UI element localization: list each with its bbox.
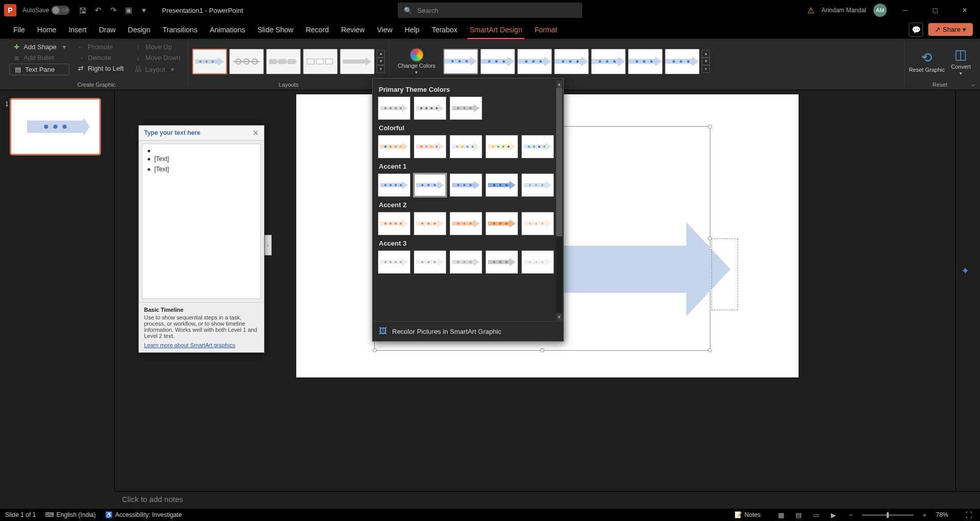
style-thumb-6[interactable] [628,49,663,74]
tab-format[interactable]: Format [528,21,563,39]
zoom-out-button[interactable]: − [845,510,857,520]
close-button[interactable]: ✕ [953,0,976,21]
color-swatch-primary-2[interactable] [414,96,446,120]
color-swatch-accent2-5[interactable] [521,212,554,235]
fit-to-window-button[interactable]: ⛶ [963,510,975,520]
color-swatch-colorful-2[interactable] [414,135,446,158]
reading-view-button[interactable]: ▭ [810,510,822,520]
layout-thumb-4[interactable] [303,49,338,74]
tab-insert[interactable]: Insert [63,21,93,39]
style-thumb-2[interactable] [480,49,515,74]
color-swatch-colorful-5[interactable] [521,135,554,158]
zoom-level[interactable]: 78% [936,511,948,518]
slide-count-status[interactable]: Slide 1 of 1 [5,511,36,518]
textpane-bullet-3[interactable]: [Text] [147,164,256,174]
color-swatch-accent1-1[interactable] [378,173,411,197]
zoom-slider[interactable] [862,514,913,516]
maximize-button[interactable]: ▢ [924,0,946,21]
style-thumb-4[interactable] [554,49,589,74]
scroll-down-arrow[interactable]: ▼ [556,313,562,320]
layout-thumb-1[interactable] [192,49,227,74]
color-swatch-accent2-4[interactable] [485,212,518,235]
color-swatch-accent3-1[interactable] [378,250,411,274]
color-swatch-colorful-4[interactable] [485,135,518,158]
selection-handle[interactable] [540,348,544,352]
selection-handle[interactable] [373,348,377,352]
style-thumb-5[interactable] [591,49,626,74]
present-from-start-icon[interactable]: ▣ [121,3,136,17]
color-swatch-accent3-3[interactable] [450,250,482,274]
normal-view-button[interactable]: ▦ [775,510,787,520]
collapse-ribbon-button[interactable]: ⌵ [971,81,975,88]
reset-graphic-button[interactable]: ⟲ Reset Graphic [909,50,945,73]
convert-button[interactable]: ◫ Convert ▾ [951,47,971,76]
tab-help[interactable]: Help [399,21,426,39]
designer-icon[interactable]: ✦ [961,265,975,279]
tab-animations[interactable]: Animations [203,21,251,39]
quickaccess-more-icon[interactable]: ▾ [137,3,151,17]
recolor-pictures-button[interactable]: 🖼 Recolor Pictures in SmartArt Graphic [373,321,563,341]
dropdown-scrollbar[interactable]: ▲ ▼ [556,81,562,320]
tab-review[interactable]: Review [335,21,371,39]
style-thumb-7[interactable] [665,49,700,74]
undo-icon[interactable]: ↶ [91,3,105,17]
scroll-thumb[interactable] [556,88,562,236]
layouts-gallery-up[interactable]: ▲ [377,50,385,57]
user-avatar[interactable]: AM [873,4,887,17]
change-colors-button[interactable]: Change Colors ▾ [394,46,439,76]
tab-file[interactable]: File [7,21,31,39]
textpane-learn-more-link[interactable]: Learn more about SmartArt graphics [144,342,235,348]
color-swatch-accent2-3[interactable] [450,212,482,235]
sorter-view-button[interactable]: ▤ [792,510,805,520]
layout-thumb-2[interactable] [229,49,264,74]
tab-home[interactable]: Home [31,21,63,39]
tab-slideshow[interactable]: Slide Show [251,21,299,39]
tab-record[interactable]: Record [299,21,335,39]
color-swatch-accent2-1[interactable] [378,212,411,235]
layout-thumb-5[interactable] [340,49,375,74]
selection-handle[interactable] [708,348,712,352]
zoom-in-button[interactable]: + [918,510,931,520]
slideshow-view-button[interactable]: ▶ [827,510,840,520]
tab-draw[interactable]: Draw [93,21,122,39]
color-swatch-accent3-4[interactable] [485,250,518,274]
tab-smartart-design[interactable]: SmartArt Design [463,21,528,39]
add-shape-button[interactable]: ✚Add Shape▾ [9,42,69,52]
styles-gallery-up[interactable]: ▲ [702,50,710,57]
style-thumb-3[interactable] [517,49,552,74]
color-swatch-colorful-1[interactable] [378,135,411,158]
color-swatch-accent3-5[interactable] [521,250,554,274]
selection-handle[interactable] [708,125,712,129]
textpane-list[interactable]: [Text] [Text] [142,144,261,299]
minimize-button[interactable]: ─ [894,0,916,21]
tab-transitions[interactable]: Transitions [156,21,203,39]
text-pane-button[interactable]: ▤Text Pane [9,64,69,75]
textpane-close-icon[interactable]: ✕ [253,129,259,137]
textpane-bullet-2[interactable]: [Text] [147,154,256,164]
textpane-collapse-handle[interactable]: › [264,235,272,255]
accessibility-status[interactable]: ♿Accessibility: Investigate [105,511,182,518]
color-swatch-accent3-2[interactable] [414,250,446,274]
search-input[interactable]: 🔍 Search [398,3,582,18]
notes-input[interactable]: Click to add notes [115,491,980,509]
style-thumb-1[interactable] [443,49,478,74]
layouts-gallery-more[interactable]: ▾ [377,65,385,73]
notes-toggle-button[interactable]: 📝Notes [734,511,761,518]
language-status[interactable]: ⌨English (India) [45,511,96,518]
tab-design[interactable]: Design [122,21,157,39]
color-swatch-accent1-4[interactable] [485,173,518,197]
right-to-left-button[interactable]: ⇄Right to Left [73,64,127,73]
styles-gallery-more[interactable]: ▾ [702,65,710,73]
layouts-gallery-down[interactable]: ▼ [377,57,385,65]
redo-icon[interactable]: ↷ [106,3,120,17]
color-swatch-accent1-5[interactable] [521,173,554,197]
styles-gallery-down[interactable]: ▼ [702,57,710,65]
color-swatch-primary-1[interactable] [378,96,411,120]
color-swatch-accent1-2[interactable] [414,173,446,197]
color-swatch-accent1-3[interactable] [450,173,482,197]
color-swatch-colorful-3[interactable] [450,135,482,158]
color-swatch-primary-3[interactable] [450,96,482,120]
share-button[interactable]: ↗ Share ▾ [928,23,973,36]
slide-thumbnail-1[interactable] [10,98,100,155]
color-swatch-accent2-2[interactable] [414,212,446,235]
